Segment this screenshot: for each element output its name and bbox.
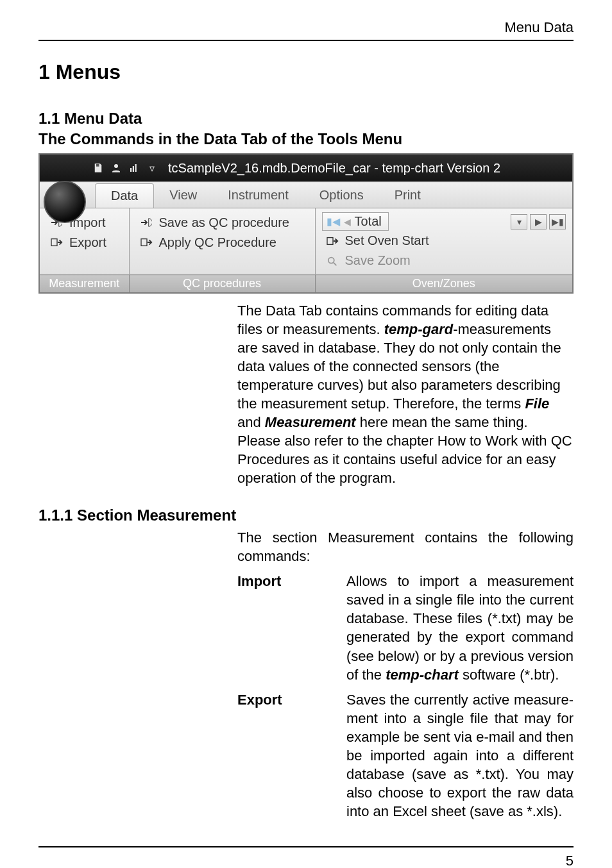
prev-icon[interactable]: ◀: [344, 217, 351, 227]
svg-rect-2: [130, 168, 132, 172]
heading-1-1: 1.1 Menu Data: [38, 110, 574, 128]
export-label: Export: [69, 235, 106, 250]
user-icon[interactable]: [109, 161, 123, 175]
svg-rect-0: [96, 164, 99, 167]
apply-qc-icon: [140, 237, 154, 248]
group-label-qc: QC procedures: [129, 275, 315, 294]
window-title: tcSampleV2_16.mdb.DemoFile_car - temp-ch…: [168, 161, 500, 176]
save-zoom-icon: [326, 255, 340, 267]
apply-qc-button[interactable]: Apply QC Procedure: [136, 233, 309, 253]
save-zoom-button: Save Zoom: [322, 251, 566, 271]
svg-point-1: [114, 164, 118, 168]
set-oven-icon: [326, 235, 340, 247]
svg-rect-4: [135, 164, 137, 172]
save-qc-button[interactable]: Save as QC procedure: [136, 213, 309, 233]
svg-rect-6: [141, 239, 147, 246]
app-orb-button[interactable]: [44, 181, 86, 223]
set-oven-label: Set Oven Start: [345, 233, 429, 248]
next-icon[interactable]: ▶: [530, 214, 547, 230]
export-icon: [50, 237, 64, 248]
data-tab-description: The Data Tab contains commands for editi…: [237, 301, 574, 487]
heading-1: 1 Menus: [38, 60, 574, 84]
ribbon: ▿ tcSampleV2_16.mdb.DemoFile_car - temp-…: [38, 153, 574, 294]
tab-data[interactable]: Data: [95, 183, 154, 208]
tab-instrument[interactable]: Instrument: [212, 182, 303, 208]
group-label-oven: Oven/Zones: [315, 275, 573, 294]
svg-point-8: [328, 257, 334, 263]
svg-rect-5: [51, 239, 57, 246]
command-label: Import: [237, 572, 346, 683]
export-button[interactable]: Export: [46, 233, 123, 253]
total-label: Total: [355, 214, 382, 229]
header-rule: [38, 40, 574, 41]
heading-1-1-1: 1.1.1 Section Measurement: [38, 506, 574, 524]
dropdown-icon[interactable]: ▾: [511, 214, 527, 230]
tab-print[interactable]: Print: [379, 182, 436, 208]
subtitle: The Commands in the Data Tab of the Tool…: [38, 130, 574, 148]
set-oven-button[interactable]: Set Oven Start: [322, 231, 566, 251]
save-qc-label: Save as QC procedure: [159, 215, 289, 230]
total-selector[interactable]: ▮◀ ◀ Total: [322, 212, 389, 231]
ribbon-screenshot: ▿ tcSampleV2_16.mdb.DemoFile_car - temp-…: [38, 153, 574, 294]
save-qc-icon: [140, 217, 154, 228]
save-zoom-label: Save Zoom: [345, 253, 411, 268]
svg-rect-3: [133, 166, 134, 172]
group-label-measurement: Measurement: [39, 275, 129, 294]
command-label: Export: [237, 690, 346, 821]
command-import: Import Allows to import a measurement sa…: [237, 572, 574, 683]
qat-chevron-icon[interactable]: ▿: [145, 161, 159, 175]
total-row: ▮◀ ◀ Total ▾ ▶ ▶▮: [322, 212, 566, 231]
command-desc: Saves the currently active measure­ment …: [346, 690, 574, 821]
save-icon[interactable]: [91, 161, 105, 175]
footer-rule: [38, 846, 574, 847]
quick-access-toolbar: ▿: [40, 161, 159, 175]
bars-icon[interactable]: [127, 161, 141, 175]
command-desc: Allows to import a measurement saved in …: [346, 572, 574, 683]
tab-options[interactable]: Options: [304, 182, 379, 208]
command-export: Export Saves the currently active measur…: [237, 690, 574, 821]
running-head: Menu Data: [38, 19, 574, 36]
section-measurement-intro: The section Measurement contains the fol…: [237, 528, 574, 565]
first-icon[interactable]: ▮◀: [327, 215, 340, 228]
svg-rect-7: [327, 237, 333, 244]
last-icon[interactable]: ▶▮: [549, 214, 566, 230]
apply-qc-label: Apply QC Procedure: [159, 235, 276, 250]
tab-view[interactable]: View: [154, 182, 212, 208]
page-number: 5: [38, 853, 574, 868]
